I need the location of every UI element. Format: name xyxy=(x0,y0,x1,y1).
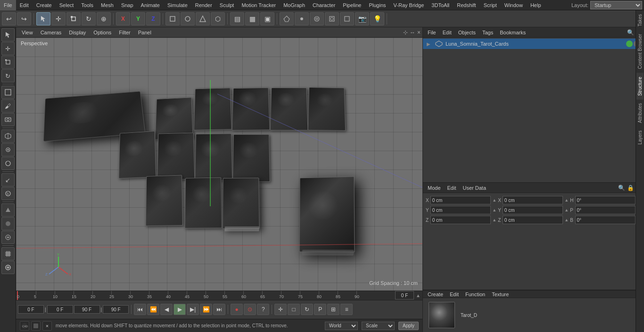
om-menu-tags[interactable]: Tags xyxy=(480,30,495,35)
menu-create[interactable]: Create xyxy=(33,0,56,10)
menu-animate[interactable]: Animate xyxy=(137,0,164,10)
prev-frame-button[interactable]: ◀ xyxy=(160,304,173,315)
attr-y2-spin[interactable]: ▲ xyxy=(564,208,569,212)
viewport-3d[interactable]: Perspective xyxy=(16,38,422,291)
light-button[interactable]: 💡 xyxy=(370,12,384,25)
axis-y-button[interactable]: Y xyxy=(131,12,145,25)
next-frame-button[interactable]: ▶| xyxy=(187,304,199,315)
curve-mode-button[interactable]: ↻ xyxy=(301,304,313,315)
transform-tool-button[interactable]: ⊕ xyxy=(97,12,111,25)
layout-select[interactable]: Startup xyxy=(590,1,642,9)
attr-z2-input[interactable]: 0 cm xyxy=(503,216,563,224)
viewport-lock-icon[interactable]: ⊹ xyxy=(403,29,408,36)
sidebar-rotate-btn[interactable]: ↻ xyxy=(1,69,15,82)
viewport-filter-menu[interactable]: Filter xyxy=(115,29,134,36)
status-close-icon[interactable]: × xyxy=(42,321,52,331)
attr-p-input[interactable]: 0° xyxy=(575,206,636,214)
sidebar-grid-btn[interactable] xyxy=(1,247,15,260)
om-search-icon[interactable]: 🔍 xyxy=(627,29,634,36)
menu-sculpt[interactable]: Sculpt xyxy=(216,0,238,10)
point-mode-button[interactable] xyxy=(295,12,309,25)
tab-layers[interactable]: Layers xyxy=(636,127,644,148)
attr-h-input[interactable]: 0° xyxy=(575,196,636,204)
menu-render[interactable]: Render xyxy=(191,0,216,10)
sidebar-polygon-btn[interactable] xyxy=(1,86,15,99)
om-menu-bookmarks[interactable]: Bookmarks xyxy=(498,30,528,35)
attr-y1-input[interactable]: 0 cm xyxy=(430,206,491,214)
current-frame-display[interactable] xyxy=(395,291,414,300)
om-menu-file[interactable]: File xyxy=(426,30,438,35)
attr-x2-input[interactable]: 0 cm xyxy=(503,196,563,204)
add-key-button[interactable]: ✛ xyxy=(274,304,287,315)
sidebar-cube-btn[interactable] xyxy=(1,130,15,143)
menu-select[interactable]: Select xyxy=(56,0,78,10)
tab-structure[interactable]: Structure xyxy=(636,73,644,100)
viewport-cameras-menu[interactable]: Cameras xyxy=(37,29,66,36)
attr-lock-icon[interactable]: 🔒 xyxy=(627,185,634,191)
status-cinema4d-icon[interactable]: C4D xyxy=(20,321,29,331)
redo-button[interactable]: ↪ xyxy=(17,12,31,25)
om-menu-objects[interactable]: Objects xyxy=(456,30,478,35)
attr-z1-spin[interactable]: ▲ xyxy=(492,218,496,222)
menu-redshift[interactable]: Redshift xyxy=(453,0,479,10)
prev-key-button[interactable]: ⏪ xyxy=(147,304,159,315)
axis-x-button[interactable]: X xyxy=(116,12,130,25)
viewport-view-menu[interactable]: View xyxy=(18,29,37,36)
sidebar-bend-btn[interactable]: ↙ xyxy=(1,173,15,186)
viewport-panel-menu[interactable]: Panel xyxy=(134,29,155,36)
attr-x2-spin[interactable]: ▲ xyxy=(564,198,569,202)
axis-z-button[interactable]: Z xyxy=(146,12,160,25)
menu-character[interactable]: Character xyxy=(309,0,339,10)
attr-menu-userdata[interactable]: User Data xyxy=(461,185,488,191)
rotate-tool-button[interactable]: ↻ xyxy=(82,12,96,25)
render-view-button[interactable]: ▦ xyxy=(245,12,259,25)
menu-file[interactable]: File xyxy=(0,0,16,10)
add-sphere-button[interactable] xyxy=(181,12,195,25)
menu-simulate[interactable]: Simulate xyxy=(164,0,191,10)
camera-button[interactable]: 📷 xyxy=(355,12,369,25)
menu-plugins[interactable]: Plugins xyxy=(365,0,389,10)
record-button[interactable]: ● xyxy=(231,304,243,315)
sidebar-sym-btn[interactable]: S xyxy=(1,187,15,200)
attr-b-input[interactable]: 0° xyxy=(575,216,636,224)
add-cone-button[interactable] xyxy=(196,12,210,25)
sidebar-snapshot-btn[interactable] xyxy=(1,261,15,274)
next-key-button[interactable]: ⏩ xyxy=(200,304,212,315)
scale-tool-button[interactable] xyxy=(66,12,81,25)
render-region-button[interactable]: ▤ xyxy=(230,12,244,25)
loop-sel-button[interactable] xyxy=(340,12,354,25)
world-space-dropdown[interactable]: World xyxy=(325,322,358,330)
scale-dropdown[interactable]: Scale xyxy=(362,322,395,330)
menu-tools[interactable]: Tools xyxy=(77,0,97,10)
start-frame-input[interactable] xyxy=(18,305,44,314)
attr-menu-edit[interactable]: Edit xyxy=(446,185,458,191)
sidebar-hair-btn[interactable] xyxy=(1,231,15,244)
menu-mesh[interactable]: Mesh xyxy=(97,0,117,10)
attr-y1-spin[interactable]: ▲ xyxy=(492,208,496,212)
help-button[interactable]: ? xyxy=(257,304,269,315)
render-full-button[interactable]: ▣ xyxy=(260,12,274,25)
move-tool-button[interactable]: ✛ xyxy=(51,12,66,25)
add-object-button[interactable] xyxy=(165,12,180,25)
sidebar-light-btn[interactable] xyxy=(1,143,15,156)
viewport-expand-icon[interactable]: ↔ xyxy=(410,29,415,36)
menu-motion-tracker[interactable]: Motion Tracker xyxy=(238,0,280,10)
edge-mode-button[interactable] xyxy=(310,12,324,25)
sidebar-paintbrush-btn[interactable]: 🖌 xyxy=(1,99,15,113)
select-live-button[interactable] xyxy=(325,12,339,25)
sidebar-scale-btn[interactable] xyxy=(1,56,15,69)
attr-z1-input[interactable]: 0 cm xyxy=(430,216,491,224)
add-hex-button[interactable]: ⬡ xyxy=(211,12,225,25)
viewport-close-icon[interactable]: × xyxy=(417,29,421,36)
jump-start-button[interactable]: ⏮ xyxy=(134,304,146,315)
tab-attributes[interactable]: Attributes xyxy=(636,99,644,127)
attr-x1-spin[interactable]: ▲ xyxy=(492,198,496,202)
menu-window[interactable]: Window xyxy=(501,0,527,10)
menu-help[interactable]: Help xyxy=(527,0,545,10)
om-menu-edit[interactable]: Edit xyxy=(441,30,454,35)
layers-button[interactable]: ≡ xyxy=(340,304,353,315)
sidebar-camera-btn[interactable] xyxy=(1,113,15,126)
sidebar-obj1-btn[interactable] xyxy=(1,203,15,217)
play-button[interactable]: ▶ xyxy=(173,304,186,315)
jump-end-button[interactable]: ⏭ xyxy=(213,304,225,315)
